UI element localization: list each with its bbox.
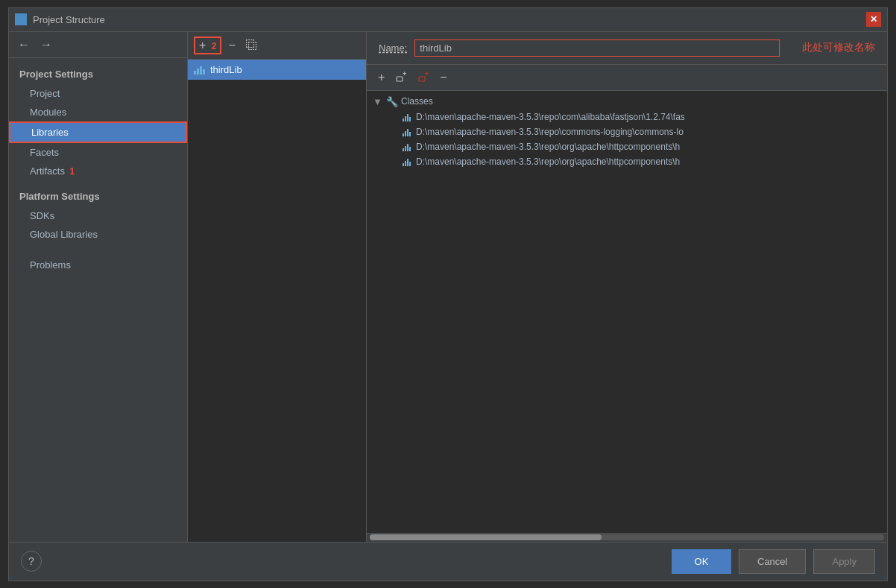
action-buttons: OK Cancel Apply [672,549,875,574]
sidebar-item-global-libraries[interactable]: Global Libraries [9,225,187,244]
project-settings-header: Project Settings [9,64,187,84]
scrollbar-track[interactable] [370,534,884,540]
right-add-red-button[interactable]: + [414,69,433,86]
name-input[interactable] [414,39,780,57]
svg-rect-2 [419,77,425,81]
path-item-2: D:\maven\apache-maven-3.5.3\repo\org\apa… [367,139,887,154]
sidebar-item-libraries[interactable]: Libraries [9,121,187,143]
svg-text:+: + [403,71,406,78]
sidebar-item-modules[interactable]: Modules [9,103,187,121]
artifacts-badge: 1 [70,166,75,177]
library-icon [194,64,206,75]
sidebar-item-problems[interactable]: Problems [9,256,187,274]
right-add-button[interactable]: + [374,70,388,85]
library-item-thirdlib[interactable]: thirdLib [188,60,366,80]
close-button[interactable]: ✕ [866,12,881,27]
path-label-1: D:\maven\apache-maven-3.5.3\repo\commons… [416,127,684,137]
title-bar-left: Project Structure [15,13,105,25]
remove-library-button[interactable]: − [224,38,239,53]
right-add-alt-button[interactable]: + [391,69,411,86]
bottom-bar: ? OK Cancel Apply [9,542,887,581]
forward-button[interactable]: → [37,37,55,53]
name-label: Name: [379,42,407,54]
sidebar-item-facets[interactable]: Facets [9,143,187,162]
middle-panel: + 2 − ⿻ thirdLib [188,32,367,542]
sidebar-item-sdks[interactable]: SDKs [9,206,187,225]
path-lib-icon-3 [403,157,413,166]
nav-controls: ← → [9,32,187,58]
add-badge: 2 [212,41,217,51]
library-item-label: thirdLib [210,64,242,75]
expand-icon[interactable]: ▼ [373,96,383,107]
library-list: thirdLib [188,60,366,542]
right-toolbar: + + + − [367,65,887,91]
add-library-button[interactable]: + 2 [194,37,221,54]
project-structure-dialog: Project Structure ✕ ← → Project Settings… [8,7,888,581]
middle-toolbar: + 2 − ⿻ [188,32,366,60]
tree-area: ▼ 🔧 Classes D:\maven\apache-maven-3.5.3\… [367,91,887,533]
sidebar-nav: Project Settings Project Modules Librari… [9,58,187,542]
copy-library-button[interactable]: ⿻ [242,38,262,53]
annotation-text: 此处可修改名称 [802,41,875,54]
svg-text:+: + [425,71,429,78]
right-panel: Name: 此处可修改名称 + + + − [367,32,887,542]
platform-settings-header: Platform Settings [9,186,187,206]
right-header: Name: 此处可修改名称 [367,32,887,65]
sidebar-item-artifacts[interactable]: Artifacts 1 [9,162,187,180]
app-icon [15,13,27,25]
apply-button[interactable]: Apply [813,549,875,574]
help-button[interactable]: ? [21,551,42,572]
path-item-1: D:\maven\apache-maven-3.5.3\repo\commons… [367,124,887,139]
scrollbar-thumb[interactable] [370,534,602,540]
add-excluded-icon: + [417,71,429,83]
add-source-icon: + [395,71,407,83]
path-lib-icon-0 [403,113,413,121]
horizontal-scrollbar[interactable] [367,533,887,542]
path-lib-icon-2 [403,142,413,151]
back-button[interactable]: ← [15,37,33,53]
path-label-2: D:\maven\apache-maven-3.5.3\repo\org\apa… [416,142,680,152]
path-label-0: D:\maven\apache-maven-3.5.3\repo\com\ali… [416,112,685,122]
sidebar: ← → Project Settings Project Modules Lib… [9,32,188,542]
classes-icon: 🔧 [386,96,398,107]
sidebar-item-project[interactable]: Project [9,84,187,103]
classes-label: Classes [401,96,433,107]
path-lib-icon-1 [403,127,413,136]
right-remove-button[interactable]: − [436,70,450,85]
svg-rect-0 [397,77,403,81]
title-bar: Project Structure ✕ [9,8,887,32]
path-item-0: D:\maven\apache-maven-3.5.3\repo\com\ali… [367,110,887,124]
path-label-3: D:\maven\apache-maven-3.5.3\repo\org\apa… [416,157,680,167]
path-item-3: D:\maven\apache-maven-3.5.3\repo\org\apa… [367,154,887,169]
cancel-button[interactable]: Cancel [739,549,806,574]
ok-button[interactable]: OK [672,549,731,574]
classes-node: ▼ 🔧 Classes [367,94,887,110]
content-area: ← → Project Settings Project Modules Lib… [9,32,887,542]
dialog-title: Project Structure [33,14,105,25]
